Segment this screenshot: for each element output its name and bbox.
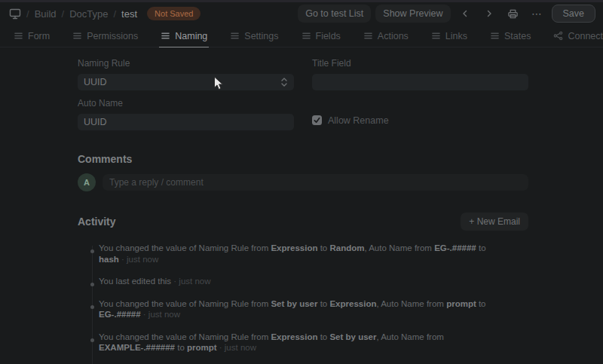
- list-icon: [161, 31, 170, 41]
- auto-name-label: Auto Name: [78, 98, 294, 109]
- tab-label: States: [504, 31, 531, 41]
- activity-entry: You last edited this · just now: [78, 276, 528, 287]
- allow-rename-label: Allow Rename: [328, 115, 389, 126]
- tab-label: Naming: [175, 31, 207, 41]
- title-field-label: Title Field: [312, 58, 528, 69]
- activity-timeline: You changed the value of Naming Rule fro…: [78, 243, 528, 364]
- timeline-dot-icon: [90, 283, 94, 286]
- naming-section: Naming Rule UUID Title Field Auto Name A…: [78, 58, 528, 130]
- select-chevrons-icon: [280, 77, 288, 87]
- desk-monitor-icon[interactable]: [9, 8, 21, 20]
- tab-label: Links: [445, 31, 467, 41]
- activity-timestamp: · just now: [217, 343, 256, 352]
- timeline-dot-icon: [90, 305, 94, 309]
- activity-entry-text: You last edited this · just now: [99, 276, 506, 287]
- show-preview-button[interactable]: Show Preview: [375, 5, 450, 23]
- tab-label: Fields: [316, 31, 341, 41]
- activity-entry-text: You changed the value of Naming Rule fro…: [99, 243, 506, 265]
- timeline-dot-icon: [90, 338, 94, 342]
- menu-button[interactable]: ⋯: [528, 5, 547, 23]
- comment-input[interactable]: [103, 174, 528, 191]
- tab-naming[interactable]: Naming: [159, 25, 209, 47]
- activity-entry: You changed the value of Naming Rule fro…: [78, 243, 528, 265]
- tabbar: FormPermissionsNamingSettingsFieldsActio…: [0, 25, 603, 47]
- list-icon: [14, 31, 23, 41]
- list-icon: [363, 31, 373, 41]
- activity-entry: You changed the value of Naming Rule fro…: [78, 298, 528, 320]
- tab-label: Form: [28, 31, 50, 41]
- printer-icon: [507, 8, 519, 20]
- tab-links[interactable]: Links: [430, 25, 469, 47]
- comments-title: Comments: [78, 153, 528, 165]
- tab-label: Connections: [568, 31, 603, 41]
- auto-name-input[interactable]: [78, 114, 294, 130]
- tab-actions[interactable]: Actions: [362, 25, 410, 47]
- activity-header: Activity + New Email: [78, 213, 528, 231]
- naming-rule-field: Naming Rule UUID: [78, 58, 294, 90]
- allow-rename-field: Allow Rename: [312, 110, 528, 130]
- activity-title: Activity: [78, 216, 116, 228]
- save-button[interactable]: Save: [552, 5, 596, 23]
- naming-rule-select[interactable]: UUID: [78, 74, 294, 90]
- breadcrumb-separator: /: [113, 8, 116, 20]
- chevron-right-icon: [484, 8, 494, 19]
- activity-entry: You changed the value of Naming Rule fro…: [78, 332, 528, 353]
- list-icon: [490, 31, 500, 41]
- allow-rename-checkbox[interactable]: [312, 115, 322, 125]
- tab-connections[interactable]: Connections: [552, 25, 603, 47]
- list-icon: [302, 31, 311, 41]
- new-email-button[interactable]: + New Email: [461, 213, 528, 231]
- breadcrumb-build[interactable]: Build: [35, 8, 57, 20]
- chevron-left-icon: [460, 8, 470, 19]
- breadcrumb-doctype[interactable]: DocType: [69, 8, 108, 20]
- print-button[interactable]: [504, 5, 523, 23]
- user-avatar: A: [78, 173, 96, 191]
- breadcrumb-separator: /: [62, 8, 65, 20]
- form-content: Naming Rule UUID Title Field Auto Name A…: [78, 58, 528, 364]
- timeline-dot-icon: [90, 249, 94, 253]
- connections-icon: [553, 31, 563, 41]
- tab-fields[interactable]: Fields: [300, 25, 342, 47]
- activity-entry-text: You changed the value of Naming Rule fro…: [99, 332, 506, 353]
- breadcrumb: / Build / DocType / test Not Saved: [9, 7, 200, 20]
- not-saved-badge: Not Saved: [147, 7, 200, 20]
- list-icon: [72, 31, 82, 41]
- list-icon: [230, 31, 240, 41]
- naming-rule-label: Naming Rule: [78, 58, 294, 69]
- check-icon: [314, 117, 320, 124]
- activity-timestamp: · just now: [119, 255, 158, 264]
- title-field-input[interactable]: [312, 74, 528, 90]
- page-header: / Build / DocType / test Not Saved Go to…: [0, 2, 603, 25]
- activity-timestamp: · just now: [171, 277, 210, 286]
- tab-label: Actions: [378, 31, 409, 41]
- naming-rule-value: UUID: [84, 77, 107, 87]
- tab-label: Settings: [244, 31, 278, 41]
- list-icon: [431, 31, 441, 41]
- go-to-list-button[interactable]: Go to test List: [298, 5, 371, 23]
- tab-permissions[interactable]: Permissions: [71, 25, 139, 47]
- title-field-field: Title Field: [312, 58, 528, 90]
- tab-states[interactable]: States: [488, 25, 532, 47]
- activity-timestamp: · just now: [141, 310, 180, 319]
- tab-form[interactable]: Form: [12, 25, 51, 47]
- comment-box: A: [78, 173, 528, 191]
- prev-button[interactable]: [455, 5, 475, 23]
- next-button[interactable]: [479, 5, 499, 23]
- breadcrumb-separator: /: [26, 8, 29, 20]
- ellipsis-icon: ⋯: [531, 8, 543, 20]
- activity-section: Activity + New Email You changed the val…: [78, 213, 528, 364]
- tab-settings[interactable]: Settings: [228, 25, 280, 47]
- comments-section: Comments A: [78, 153, 528, 191]
- auto-name-field: Auto Name: [78, 98, 294, 130]
- tab-label: Permissions: [87, 31, 138, 41]
- toolbar-actions: Go to test List Show Preview ⋯ Save: [298, 5, 595, 23]
- breadcrumb-current[interactable]: test: [121, 8, 137, 20]
- activity-entry-text: You changed the value of Naming Rule fro…: [99, 298, 506, 320]
